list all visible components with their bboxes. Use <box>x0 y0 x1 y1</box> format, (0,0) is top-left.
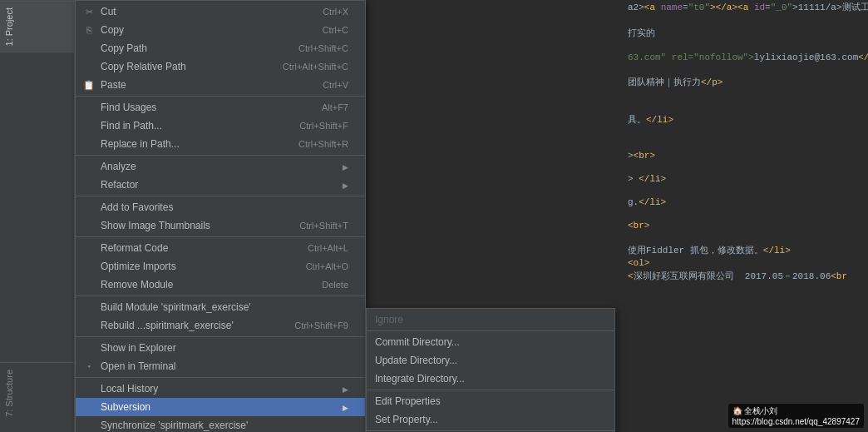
sub-sep-1 <box>367 390 614 390</box>
edit-properties-label: Edit Properties <box>375 395 598 407</box>
menu-item-local-history[interactable]: Local History <box>76 380 365 398</box>
separator-4 <box>76 236 365 237</box>
menu-item-show-explorer[interactable]: Show in Explorer <box>76 339 365 357</box>
code-line-23: <深圳好彩互联网有限公司 2017.05－2018.06<br <box>624 269 868 283</box>
code-editor: a2><a name="t0"></a><a id="_0">11111/a>测… <box>624 0 868 432</box>
watermark-url: https://blog.csdn.net/qq_42897427 <box>732 417 860 426</box>
copy-path-shortcut: Ctrl+Shift+C <box>298 43 348 53</box>
copy-icon: ⎘ <box>82 25 96 35</box>
code-line-15: > </li> <box>624 173 868 185</box>
integrate-dir-label: Integrate Directory... <box>375 373 598 385</box>
menu-item-integrate-dir[interactable]: Integrate Directory... <box>367 370 614 388</box>
menu-item-subversion[interactable]: Subversion <box>76 398 365 416</box>
find-usages-shortcut: Alt+F7 <box>322 102 348 112</box>
separator-2 <box>76 155 365 156</box>
remove-module-label: Remove Module <box>101 279 297 290</box>
menu-item-commit-dir[interactable]: Commit Directory... <box>367 333 614 351</box>
menu-item-copy-relative-path[interactable]: Copy Relative Path Ctrl+Alt+Shift+C <box>76 57 365 76</box>
optimize-imports-shortcut: Ctrl+Alt+O <box>306 261 348 271</box>
sub-sep-0 <box>367 330 614 331</box>
paste-icon: 📋 <box>82 80 96 91</box>
synchronize-label: Synchronize 'spiritmark_exercise' <box>101 420 348 431</box>
separator-5 <box>76 295 365 296</box>
copy-shortcut: Ctrl+C <box>323 25 348 35</box>
menu-item-copy[interactable]: ⎘ Copy Ctrl+C <box>76 21 365 39</box>
code-line-2 <box>624 14 868 26</box>
remove-module-shortcut: Delete <box>322 280 348 290</box>
code-line-12 <box>624 138 868 150</box>
menu-item-synchronize[interactable]: Synchronize 'spiritmark_exercise' <box>76 416 365 432</box>
code-line-18 <box>624 208 868 220</box>
local-history-arrow <box>343 383 348 395</box>
separator-6 <box>76 336 365 337</box>
code-line-9 <box>624 101 868 112</box>
code-line-17: g.</li> <box>624 196 868 208</box>
code-line-3: 打实的 <box>624 26 868 40</box>
menu-item-copy-path[interactable]: Copy Path Ctrl+Shift+C <box>76 39 365 57</box>
ignore-label: Ignore <box>375 314 598 325</box>
sidebar: 1: Project 7: Structure <box>0 0 75 432</box>
refactor-arrow <box>343 179 348 191</box>
menu-item-add-favorites[interactable]: Add to Favorites <box>76 198 365 216</box>
cut-label: Cut <box>101 6 298 17</box>
code-line-6 <box>624 63 868 75</box>
reformat-shortcut: Ctrl+Alt+L <box>308 243 348 253</box>
code-line-14 <box>624 161 868 173</box>
copy-path-label: Copy Path <box>101 42 274 54</box>
show-thumbnails-shortcut: Ctrl+Shift+T <box>299 221 348 231</box>
paste-label: Paste <box>101 79 298 91</box>
menu-item-build-module[interactable]: Build Module 'spiritmark_exercise' <box>76 298 365 316</box>
menu-item-find-usages[interactable]: Find Usages Alt+F7 <box>76 98 365 117</box>
sidebar-tab-project[interactable]: 1: Project <box>0 0 74 52</box>
code-line-7: 团队精神｜执行力</p> <box>624 75 868 89</box>
show-explorer-label: Show in Explorer <box>101 342 348 354</box>
subversion-arrow <box>343 401 348 413</box>
menu-item-ignore: Ignore <box>367 310 614 329</box>
menu-item-remove-module[interactable]: Remove Module Delete <box>76 276 365 294</box>
code-line-21: 使用Fiddler 抓包，修改数据。</li> <box>624 243 868 257</box>
menu-item-update-dir[interactable]: Update Directory... <box>367 351 614 370</box>
watermark-text: 🏠 全栈小刘 <box>732 406 778 415</box>
menu-item-replace-in-path[interactable]: Replace in Path... Ctrl+Shift+R <box>76 135 365 153</box>
menu-item-cut[interactable]: ✂ Cut Ctrl+X <box>76 2 365 21</box>
code-line-20 <box>624 231 868 243</box>
menu-item-open-terminal[interactable]: ▪ Open in Terminal <box>76 357 365 375</box>
cut-icon: ✂ <box>82 7 96 17</box>
replace-in-path-label: Replace in Path... <box>101 138 274 150</box>
commit-dir-label: Commit Directory... <box>375 336 598 348</box>
optimize-imports-label: Optimize Imports <box>101 261 281 272</box>
find-in-path-label: Find in Path... <box>101 120 274 132</box>
copy-relative-path-label: Copy Relative Path <box>101 61 258 72</box>
find-usages-label: Find Usages <box>101 102 297 113</box>
copy-label: Copy <box>101 24 298 36</box>
reformat-label: Reformat Code <box>101 242 283 254</box>
menu-item-reformat[interactable]: Reformat Code Ctrl+Alt+L <box>76 239 365 257</box>
find-in-path-shortcut: Ctrl+Shift+F <box>299 121 348 131</box>
cut-shortcut: Ctrl+X <box>323 7 348 17</box>
menu-item-show-thumbnails[interactable]: Show Image Thumbnails Ctrl+Shift+T <box>76 216 365 235</box>
open-terminal-label: Open in Terminal <box>101 360 348 372</box>
menu-item-edit-properties[interactable]: Edit Properties <box>367 392 614 410</box>
code-line-10: 具。</li> <box>624 112 868 127</box>
menu-item-set-property[interactable]: Set Property... <box>367 410 614 429</box>
menu-item-paste[interactable]: 📋 Paste Ctrl+V <box>76 76 365 94</box>
paste-shortcut: Ctrl+V <box>323 80 348 90</box>
code-line-22: <ol> <box>624 257 868 269</box>
menu-item-refactor[interactable]: Refactor <box>76 176 365 194</box>
code-line-5: 63.com" rel="nofollow">lylixiaojie@163.c… <box>624 52 868 63</box>
replace-in-path-shortcut: Ctrl+Shift+R <box>298 139 348 149</box>
set-property-label: Set Property... <box>375 414 598 425</box>
rebuild-shortcut: Ctrl+Shift+F9 <box>294 320 348 330</box>
update-dir-label: Update Directory... <box>375 355 598 366</box>
rebuild-label: Rebuild ...spiritmark_exercise' <box>101 320 269 331</box>
separator-1 <box>76 96 365 97</box>
subversion-label: Subversion <box>101 401 334 413</box>
code-line-4 <box>624 40 868 52</box>
code-line-11 <box>624 127 868 138</box>
sidebar-tab-structure[interactable]: 7: Structure <box>0 362 74 424</box>
menu-item-analyze[interactable]: Analyze <box>76 157 365 176</box>
menu-item-optimize-imports[interactable]: Optimize Imports Ctrl+Alt+O <box>76 257 365 276</box>
local-history-label: Local History <box>101 383 334 395</box>
menu-item-find-in-path[interactable]: Find in Path... Ctrl+Shift+F <box>76 117 365 135</box>
menu-item-rebuild[interactable]: Rebuild ...spiritmark_exercise' Ctrl+Shi… <box>76 316 365 335</box>
